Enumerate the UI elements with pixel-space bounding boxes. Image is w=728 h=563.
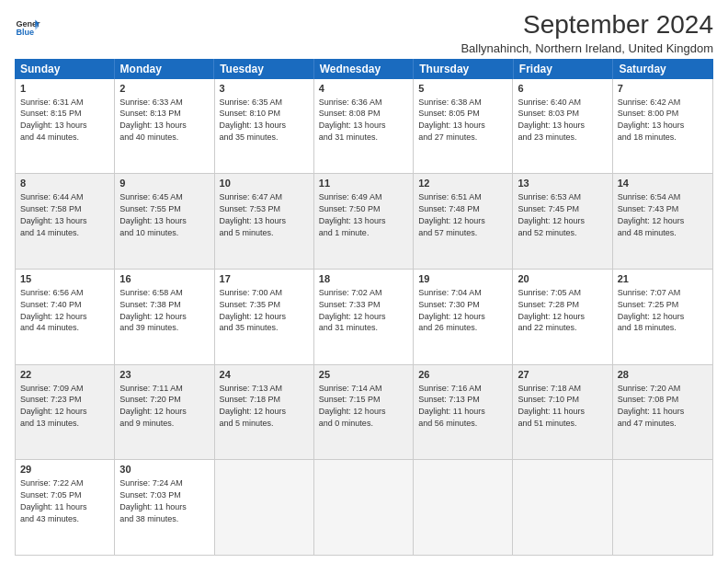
title-block: September 2024 Ballynahinch, Northern Ir… [461,11,713,55]
cell-16: 16Sunrise: 6:58 AMSunset: 7:38 PMDayligh… [115,270,214,364]
cell-10: 10Sunrise: 6:47 AMSunset: 7:53 PMDayligh… [215,174,314,269]
header-thursday: Thursday [414,59,514,79]
cell-11: 11Sunrise: 6:49 AMSunset: 7:50 PMDayligh… [314,174,414,269]
cell-19: 19Sunrise: 7:04 AMSunset: 7:30 PMDayligh… [414,270,513,364]
cell-empty-1 [215,460,314,555]
svg-text:Blue: Blue [16,28,34,37]
cell-24: 24Sunrise: 7:13 AMSunset: 7:18 PMDayligh… [215,365,314,460]
cell-13: 13Sunrise: 6:53 AMSunset: 7:45 PMDayligh… [513,174,612,269]
week-row-1: 1Sunrise: 6:31 AMSunset: 8:15 PMDaylight… [16,79,712,175]
cell-23: 23Sunrise: 7:11 AMSunset: 7:20 PMDayligh… [115,365,214,460]
cell-12: 12Sunrise: 6:51 AMSunset: 7:48 PMDayligh… [414,174,513,269]
main-title: September 2024 [461,11,713,40]
cell-4: 4Sunrise: 6:36 AMSunset: 8:08 PMDaylight… [314,79,414,174]
cell-empty-2 [314,460,414,555]
cell-18: 18Sunrise: 7:02 AMSunset: 7:33 PMDayligh… [314,270,414,364]
header-monday: Monday [115,59,215,79]
cell-9: 9Sunrise: 6:45 AMSunset: 7:55 PMDaylight… [115,174,214,269]
header-tuesday: Tuesday [214,59,314,79]
cell-5: 5Sunrise: 6:38 AMSunset: 8:05 PMDaylight… [414,79,513,174]
cell-3: 3Sunrise: 6:35 AMSunset: 8:10 PMDaylight… [215,79,314,174]
week-row-5: 29Sunrise: 7:22 AMSunset: 7:05 PMDayligh… [16,460,712,555]
week-row-4: 22Sunrise: 7:09 AMSunset: 7:23 PMDayligh… [16,365,712,461]
logo-icon: General Blue [15,15,40,40]
cell-21: 21Sunrise: 7:07 AMSunset: 7:25 PMDayligh… [613,270,712,364]
calendar-body: 1Sunrise: 6:31 AMSunset: 8:15 PMDaylight… [15,79,713,556]
week-row-2: 8Sunrise: 6:44 AMSunset: 7:58 PMDaylight… [16,174,712,270]
cell-1: 1Sunrise: 6:31 AMSunset: 8:15 PMDaylight… [16,79,115,174]
cell-27: 27Sunrise: 7:18 AMSunset: 7:10 PMDayligh… [513,365,612,460]
cell-25: 25Sunrise: 7:14 AMSunset: 7:15 PMDayligh… [314,365,414,460]
header-friday: Friday [514,59,614,79]
header-sunday: Sunday [15,59,115,79]
cell-2: 2Sunrise: 6:33 AMSunset: 8:13 PMDaylight… [115,79,214,174]
header: General Blue September 2024 Ballynahinch… [15,11,713,55]
cell-empty-5 [613,460,712,555]
cell-8: 8Sunrise: 6:44 AMSunset: 7:58 PMDaylight… [16,174,115,269]
cell-17: 17Sunrise: 7:00 AMSunset: 7:35 PMDayligh… [215,270,314,364]
cell-20: 20Sunrise: 7:05 AMSunset: 7:28 PMDayligh… [513,270,612,364]
cell-30: 30Sunrise: 7:24 AMSunset: 7:03 PMDayligh… [115,460,214,555]
cell-empty-4 [513,460,612,555]
cell-6: 6Sunrise: 6:40 AMSunset: 8:03 PMDaylight… [513,79,612,174]
week-row-3: 15Sunrise: 6:56 AMSunset: 7:40 PMDayligh… [16,270,712,365]
logo: General Blue [15,15,40,40]
cell-29: 29Sunrise: 7:22 AMSunset: 7:05 PMDayligh… [16,460,115,555]
cell-empty-3 [414,460,513,555]
cell-28: 28Sunrise: 7:20 AMSunset: 7:08 PMDayligh… [613,365,712,460]
header-wednesday: Wednesday [314,59,415,79]
cell-22: 22Sunrise: 7:09 AMSunset: 7:23 PMDayligh… [16,365,115,460]
page: General Blue September 2024 Ballynahinch… [0,0,728,563]
cell-15: 15Sunrise: 6:56 AMSunset: 7:40 PMDayligh… [16,270,115,364]
cell-14: 14Sunrise: 6:54 AMSunset: 7:43 PMDayligh… [613,174,712,269]
cell-7: 7Sunrise: 6:42 AMSunset: 8:00 PMDaylight… [613,79,712,174]
subtitle: Ballynahinch, Northern Ireland, United K… [461,41,713,55]
calendar: Sunday Monday Tuesday Wednesday Thursday… [15,59,713,556]
header-saturday: Saturday [613,59,713,79]
cell-26: 26Sunrise: 7:16 AMSunset: 7:13 PMDayligh… [414,365,513,460]
calendar-header: Sunday Monday Tuesday Wednesday Thursday… [15,59,713,79]
